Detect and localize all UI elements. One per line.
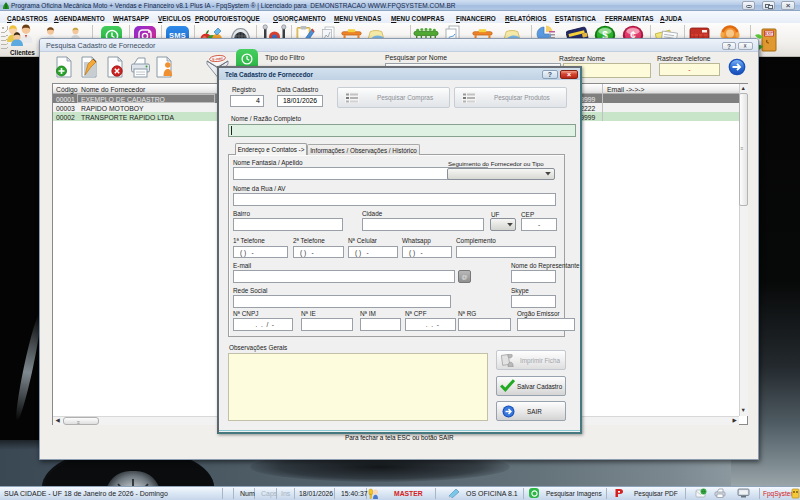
svg-text:EXIT: EXIT bbox=[765, 32, 774, 36]
